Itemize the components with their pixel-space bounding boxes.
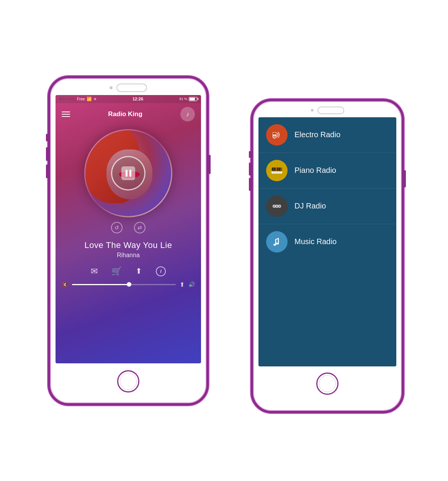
camera-dot-2 bbox=[311, 109, 314, 112]
progress-thumb bbox=[127, 282, 131, 287]
vol-down-1 bbox=[46, 164, 48, 178]
status-bar: Free 📶 ✳ 12:26 81 % bbox=[56, 95, 201, 103]
svg-point-25 bbox=[273, 244, 276, 246]
electro-radio-label: Electro Radio bbox=[294, 130, 340, 139]
signal-dot-2 bbox=[62, 98, 65, 100]
wifi-icon: 📶 bbox=[87, 97, 92, 102]
svg-rect-8 bbox=[277, 167, 278, 171]
svg-point-24 bbox=[279, 206, 280, 207]
nav-title: Radio King bbox=[108, 110, 142, 118]
phone-screen-2: Electro Radio bbox=[258, 117, 396, 366]
signal-icon: ✳ bbox=[93, 97, 96, 101]
progress-bar[interactable] bbox=[72, 284, 176, 285]
piano-icon-wrap bbox=[266, 160, 288, 181]
radio-list: Electro Radio bbox=[258, 117, 396, 259]
signal-dots bbox=[59, 98, 74, 100]
volume-max-icon: 🔊 bbox=[188, 281, 195, 287]
vol-up-2 bbox=[249, 163, 251, 176]
music-button-icon: ♪ bbox=[186, 111, 189, 118]
phone-2-bottom bbox=[253, 366, 402, 401]
carrier-label: Free bbox=[77, 97, 85, 101]
battery-percent: 81 % bbox=[179, 97, 187, 101]
camera-dot-1 bbox=[110, 86, 113, 89]
svg-point-23 bbox=[276, 206, 277, 207]
svg-rect-7 bbox=[274, 167, 275, 171]
home-button-2[interactable] bbox=[316, 373, 338, 395]
share-button[interactable]: ⬆ bbox=[136, 266, 142, 276]
music-icon-wrap bbox=[266, 231, 288, 253]
signal-dot-1 bbox=[59, 98, 62, 100]
hamburger-line-3 bbox=[62, 116, 70, 117]
pause-bar-2 bbox=[129, 170, 131, 177]
list-item-electro[interactable]: Electro Radio bbox=[258, 117, 396, 153]
vol-up-1 bbox=[46, 147, 48, 161]
music-note-icon bbox=[271, 236, 283, 248]
status-time: 12:26 bbox=[132, 97, 143, 101]
speaker-slot-2 bbox=[317, 107, 344, 114]
control-dots: ↺ ⇄ bbox=[111, 222, 146, 233]
svg-point-2 bbox=[274, 136, 275, 137]
battery-fill bbox=[190, 98, 195, 100]
shuffle-button[interactable]: ⇄ bbox=[134, 222, 146, 233]
svg-rect-9 bbox=[279, 167, 280, 171]
pause-bars bbox=[126, 170, 131, 177]
phone-1: Free 📶 ✳ 12:26 81 % bbox=[48, 76, 209, 405]
repeat-icon: ↺ bbox=[114, 225, 119, 231]
phone-screen-1: Free 📶 ✳ 12:26 81 % bbox=[56, 95, 201, 363]
album-inner-circle bbox=[111, 156, 146, 190]
pause-bar-1 bbox=[126, 170, 128, 177]
vol-down-2 bbox=[249, 178, 251, 191]
svg-point-26 bbox=[276, 243, 279, 245]
song-artist: Rihanna bbox=[56, 252, 201, 259]
speaker-icon bbox=[271, 129, 283, 141]
album-art[interactable] bbox=[84, 129, 172, 217]
nav-bar: Radio King ♪ bbox=[56, 103, 201, 125]
email-button[interactable]: ✉ bbox=[91, 266, 98, 276]
shuffle-icon: ⇄ bbox=[137, 225, 142, 231]
hamburger-menu[interactable] bbox=[62, 112, 70, 117]
dj-icon-wrap bbox=[266, 195, 288, 217]
top-bar-1 bbox=[50, 78, 206, 95]
mute-switch-1 bbox=[46, 134, 48, 141]
piano-radio-label: Piano Radio bbox=[294, 166, 336, 175]
mute-switch-2 bbox=[249, 151, 251, 158]
music-button[interactable]: ♪ bbox=[180, 107, 195, 121]
signal-dot-4 bbox=[69, 98, 71, 100]
progress-fill bbox=[72, 284, 129, 285]
home-button-1[interactable] bbox=[117, 370, 139, 392]
status-right: 81 % bbox=[179, 97, 197, 101]
svg-rect-6 bbox=[272, 167, 273, 171]
battery-icon bbox=[189, 97, 197, 101]
mute-icon: 🔇 bbox=[62, 281, 68, 287]
album-container: ↺ ⇄ bbox=[56, 125, 201, 233]
hamburger-line-2 bbox=[62, 114, 70, 115]
airplay-icon[interactable]: ⬆ bbox=[180, 281, 185, 288]
phone-1-bottom bbox=[50, 363, 206, 399]
home-inner-1 bbox=[120, 373, 137, 390]
speaker-slot-1 bbox=[116, 84, 147, 92]
song-info: Love The Way You Lie Rihanna bbox=[56, 240, 201, 259]
svg-rect-3 bbox=[273, 133, 276, 135]
piano-icon bbox=[271, 165, 283, 176]
music-radio-label: Music Radio bbox=[294, 237, 337, 246]
home-inner-2 bbox=[319, 375, 336, 392]
bottom-row: 🔇 ⬆ 🔊 bbox=[56, 276, 201, 288]
list-item-dj[interactable]: DJ Radio bbox=[258, 189, 396, 224]
svg-point-22 bbox=[274, 206, 275, 207]
dj-icon bbox=[271, 200, 283, 212]
list-item-piano[interactable]: Piano Radio bbox=[258, 153, 396, 189]
song-title: Love The Way You Lie bbox=[56, 240, 201, 250]
repeat-button[interactable]: ↺ bbox=[111, 222, 123, 233]
cart-button[interactable]: 🛒 bbox=[111, 266, 122, 276]
status-left: Free 📶 ✳ bbox=[59, 97, 96, 102]
electro-icon-wrap bbox=[266, 124, 288, 146]
pause-button[interactable] bbox=[121, 166, 135, 180]
signal-dot-3 bbox=[65, 98, 68, 100]
hamburger-line-1 bbox=[62, 112, 70, 112]
info-icon: i bbox=[160, 268, 162, 274]
power-btn-1 bbox=[209, 155, 211, 174]
dj-radio-label: DJ Radio bbox=[294, 202, 326, 210]
info-button[interactable]: i bbox=[156, 266, 166, 276]
top-bar-2 bbox=[253, 101, 402, 117]
list-item-music[interactable]: Music Radio bbox=[258, 224, 396, 259]
